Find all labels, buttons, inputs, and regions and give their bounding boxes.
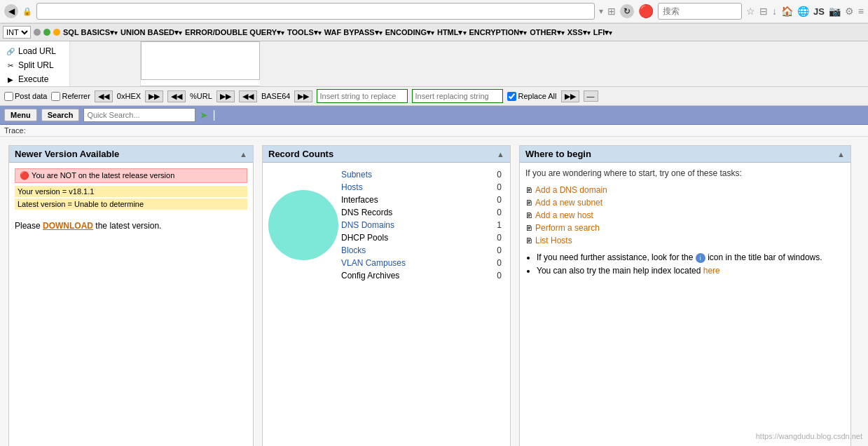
url-left-btn[interactable]: ◀◀: [167, 90, 186, 102]
nav-tools[interactable]: TOOLS▾: [287, 28, 322, 37]
nav-xss[interactable]: XSS▾: [567, 28, 591, 37]
sidebar-url-row: 🔗 Load URL ✂ Split URL ▶ Execute: [0, 41, 868, 87]
search-button[interactable]: Search: [41, 109, 80, 121]
record-count: 0: [483, 257, 504, 269]
version-error-msg: 🔴 You are NOT on the latest release vers…: [15, 168, 247, 183]
nav-lfi[interactable]: LFI▾: [593, 28, 613, 37]
nav-other[interactable]: OTHER▾: [530, 28, 565, 37]
post-data-checkbox[interactable]: [4, 92, 13, 101]
table-row: Blocks0: [338, 244, 504, 257]
hex-left-btn[interactable]: ◀◀: [95, 90, 113, 102]
star-icon: ☆: [746, 6, 755, 17]
go-button[interactable]: ➤: [200, 109, 208, 121]
record-label: Interfaces: [338, 194, 483, 206]
record-counts-collapse[interactable]: ▲: [497, 150, 504, 158]
referrer-checkbox-label[interactable]: Referrer: [51, 92, 90, 101]
table-row: Config Archives0: [338, 269, 504, 282]
main-content: Newer Version Available ▲ 🔴 You are NOT …: [0, 137, 868, 446]
table-row: DNS Records0: [338, 206, 504, 219]
table-row: Hosts0: [338, 181, 504, 194]
record-label: Config Archives: [338, 269, 483, 282]
where-help-list: If you need further assistance, look for…: [525, 252, 845, 276]
nav-encryption[interactable]: ENCRYPTION▾: [469, 28, 528, 37]
record-count: 0: [483, 231, 504, 244]
b64-right-btn[interactable]: ▶▶: [294, 90, 312, 102]
record-label: DNS Records: [338, 206, 483, 219]
nav-error-double[interactable]: ERROR/DOUBLE QUERY▾: [185, 28, 284, 37]
post-data-checkbox-label[interactable]: Post data: [4, 92, 47, 101]
error-icon: 🔴: [20, 171, 32, 180]
split-url-icon: ✂: [6, 60, 15, 70]
menu-button[interactable]: Menu: [4, 109, 37, 121]
menu-icon: ≡: [858, 6, 864, 17]
hex-right-btn[interactable]: ▶▶: [145, 90, 163, 102]
nav-encoding[interactable]: ENCODING▾: [385, 28, 434, 37]
screenshot-icon: ⊞: [607, 6, 616, 17]
where-begin-link[interactable]: Add a new subnet: [535, 198, 602, 208]
newer-version-panel: Newer Version Available ▲ 🔴 You are NOT …: [8, 145, 254, 446]
here-link[interactable]: here: [703, 266, 720, 276]
refresh-button[interactable]: ↻: [620, 4, 634, 18]
url-label: %URL: [190, 92, 212, 100]
help-item-1: If you need further assistance, look for…: [537, 252, 845, 263]
insert-string-input[interactable]: [317, 89, 408, 103]
nav-waf-bypass[interactable]: WAF BYPASS▾: [324, 28, 383, 37]
record-link[interactable]: Blocks: [341, 245, 366, 255]
record-link[interactable]: Subnets: [341, 170, 372, 180]
where-to-begin-collapse[interactable]: ▲: [837, 150, 845, 158]
camera-icon: 📷: [829, 6, 841, 17]
where-to-begin-title: Where to begin: [525, 149, 591, 159]
list-item: Perform a search: [525, 222, 845, 234]
where-begin-link[interactable]: Perform a search: [535, 223, 600, 233]
browser-search-input[interactable]: [658, 3, 742, 20]
address-bar[interactable]: 192.168.25.179/ona/: [36, 3, 595, 20]
url-textarea[interactable]: [141, 41, 260, 80]
b64-left-btn[interactable]: ◀◀: [239, 90, 257, 102]
record-label[interactable]: VLAN Campuses: [338, 257, 483, 269]
sidebar-item-load-url[interactable]: 🔗 Load URL: [0, 44, 69, 58]
record-counts-title: Record Counts: [268, 149, 333, 159]
latest-version-text: Latest version = Unable to determine: [18, 200, 144, 208]
record-count: 1: [483, 219, 504, 231]
replace-all-checkbox-label[interactable]: Replace All: [507, 92, 556, 101]
globe-icon: 🌐: [797, 6, 809, 17]
record-link[interactable]: VLAN Campuses: [341, 258, 406, 268]
newer-version-collapse[interactable]: ▲: [240, 150, 247, 158]
quick-search-input[interactable]: [83, 108, 195, 122]
record-link[interactable]: DNS Domains: [341, 220, 394, 230]
record-label[interactable]: Subnets: [338, 168, 483, 181]
record-label[interactable]: Hosts: [338, 181, 483, 194]
hex-label: 0xHEX: [117, 92, 141, 100]
list-item: Add a new host: [525, 209, 845, 222]
list-item: Add a DNS domain: [525, 184, 845, 196]
firefox-icon: 🔴: [638, 4, 654, 19]
help-text-1: If you need further assistance, look for…: [537, 252, 696, 262]
replace-all-checkbox[interactable]: [507, 92, 516, 101]
record-count: 0: [483, 194, 504, 206]
url-right-btn[interactable]: ▶▶: [216, 90, 235, 102]
sidebar-item-execute[interactable]: ▶ Execute: [0, 72, 69, 86]
nav-html[interactable]: HTML▾: [437, 28, 467, 37]
menu-bar: Menu Search ➤ |: [0, 106, 868, 125]
sidebar-execute-label: Execute: [18, 74, 48, 84]
where-intro: If you are wondering where to start, try…: [525, 168, 845, 178]
download-link[interactable]: DOWNLOAD: [43, 221, 93, 231]
nav-sql-basics[interactable]: SQL BASICS▾: [63, 28, 118, 37]
record-label[interactable]: Blocks: [338, 244, 483, 257]
replace-dash-btn[interactable]: —: [584, 90, 598, 102]
where-begin-link[interactable]: List Hosts: [535, 236, 572, 245]
nav-union-based[interactable]: UNION BASED▾: [120, 28, 182, 37]
list-item: Add a new subnet: [525, 196, 845, 209]
newer-version-title: Newer Version Available: [15, 149, 119, 159]
back-button[interactable]: ◀: [4, 4, 18, 18]
record-label[interactable]: DNS Domains: [338, 219, 483, 231]
replace-string-input[interactable]: [412, 89, 503, 103]
where-begin-link[interactable]: Add a DNS domain: [535, 185, 607, 195]
where-begin-link[interactable]: Add a new host: [535, 210, 593, 220]
int-select[interactable]: INT: [3, 26, 31, 39]
record-link[interactable]: Hosts: [341, 182, 363, 192]
referrer-checkbox[interactable]: [51, 92, 60, 101]
sidebar-item-split-url[interactable]: ✂ Split URL: [0, 58, 69, 72]
replace-arrow-btn[interactable]: ▶▶: [561, 90, 579, 102]
help-text-2: icon in the title bar of windows.: [708, 252, 822, 262]
